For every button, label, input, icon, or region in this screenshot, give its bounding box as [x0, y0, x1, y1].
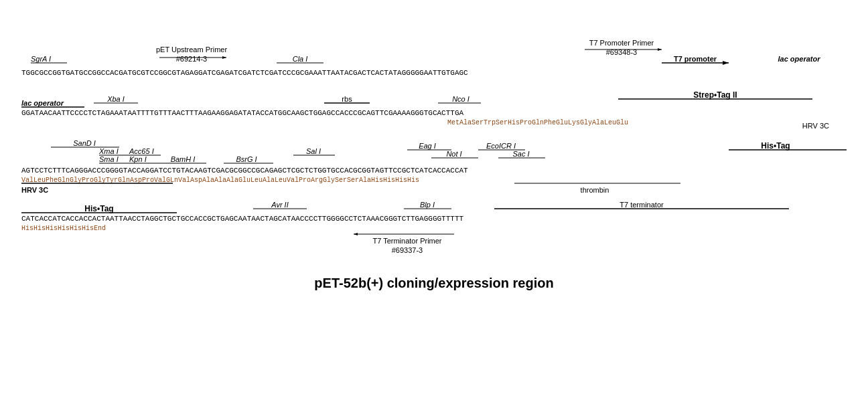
- xma-label: Xma I: [98, 147, 119, 155]
- pet-upstream-number: #69214-3: [176, 55, 208, 63]
- sal-label: Sal I: [306, 147, 321, 155]
- his-tag-r4-label: His•Tag: [84, 204, 113, 213]
- t7-term-label: T7 terminator: [620, 201, 664, 209]
- dna-row3: AGTCCTCTTTCAGGGACCCGGGGTACCAGGATCCTGTACA…: [21, 167, 468, 175]
- aa-row4: HisHisHisHisHisHisEnd: [21, 225, 106, 232]
- pet-upstream-label: pET Upstream Primer: [156, 45, 227, 54]
- dna-row4: CATCACCATCACCACCACTAATTAACCTAGGCTGCTGCCA…: [21, 215, 464, 223]
- cla-label: Cla I: [293, 55, 308, 63]
- bamh-label: BamH I: [171, 155, 196, 163]
- blp-label: Blp I: [420, 201, 435, 209]
- kpn-label: Kpn I: [129, 155, 147, 163]
- thrombin-label: thrombin: [581, 186, 609, 194]
- rbs-label: rbs: [342, 95, 352, 103]
- sand-label: SanD I: [73, 139, 96, 147]
- t7-primer-label: T7 Promoter Primer: [589, 39, 654, 47]
- acc65-label: Acc65 I: [129, 147, 154, 155]
- not-label: Not I: [446, 150, 461, 158]
- bsrg-label: BsrG I: [236, 155, 257, 163]
- t7-term-primer-label: T7 Terminator Primer: [372, 237, 441, 245]
- diagram-title: pET-52b(+) cloning/expression region: [314, 276, 553, 290]
- dna-row2: GGATAACAATTCCCCTCTAGAAATAATTTTGTTTAACTTT…: [21, 109, 464, 117]
- strep-tag-label: Strep•Tag II: [693, 90, 737, 100]
- lac-op-label-r2: lac operator: [21, 99, 64, 107]
- hrv3c-r3-label: HRV 3C: [21, 186, 48, 194]
- aa-row2: MetAlaSerTrpSerHisProGlnPheGluLysGlyAlaL…: [447, 119, 628, 126]
- nco-label: Nco I: [452, 95, 469, 103]
- main-container: SgrA I pET Upstream Primer #69214-3 Cla …: [0, 0, 868, 394]
- t7-promoter-label: T7 promoter: [674, 55, 717, 63]
- sgra-label: SgrA I: [31, 55, 51, 63]
- his-tag-r3-label: His•Tag: [761, 141, 790, 151]
- t7-term-primer-number: #69337-3: [392, 246, 423, 254]
- hrv3c-r2-label: HRV 3C: [802, 122, 829, 130]
- xba-label: Xba I: [106, 95, 125, 103]
- lac-op-label-r1: lac operator: [778, 55, 821, 63]
- ecoicr-label: EcoICR I: [486, 142, 516, 150]
- sma-label: Sma I: [99, 155, 119, 163]
- sac-label: Sac I: [512, 150, 529, 158]
- dna-row1: TGGCGCCGGTGATGCCGGCCACGATGCGTCCGGCGTAGAG…: [21, 69, 468, 77]
- eag-label: Eag I: [419, 142, 436, 150]
- diagram-svg: SgrA I pET Upstream Primer #69214-3 Cla …: [12, 17, 856, 378]
- avr-label: Avr II: [271, 201, 288, 209]
